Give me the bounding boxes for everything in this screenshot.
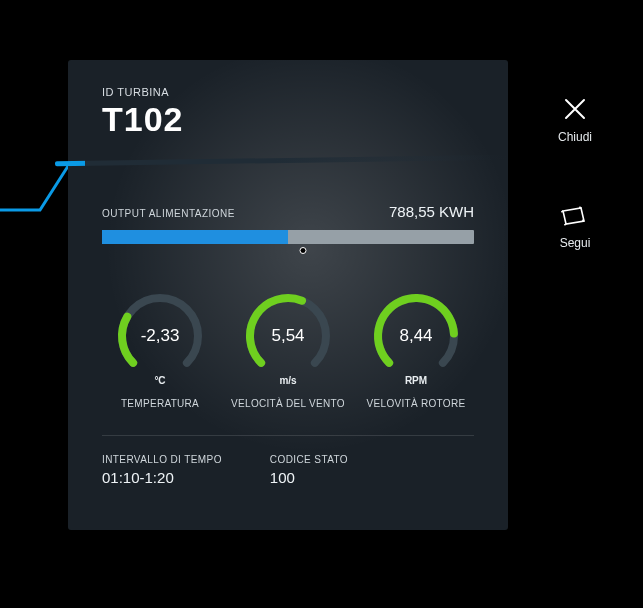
gauge-dial: 8,44RPM bbox=[368, 288, 464, 384]
gauge-caption: VELOVITÀ ROTORE bbox=[358, 398, 474, 409]
gauge-value: 5,54 bbox=[240, 288, 336, 384]
power-progress-fill bbox=[102, 230, 288, 244]
divider bbox=[102, 435, 474, 436]
gauge-unit: m/s bbox=[240, 375, 336, 386]
power-label: OUTPUT ALIMENTAZIONE bbox=[102, 208, 235, 219]
gauge-value: 8,44 bbox=[368, 288, 464, 384]
code-value: 100 bbox=[270, 469, 348, 486]
footer-interval: INTERVALLO DI TEMPO 01:10-1:20 bbox=[102, 454, 222, 486]
close-icon bbox=[562, 96, 588, 122]
close-label: Chiudi bbox=[558, 130, 592, 144]
stage: ID TURBINA T102 OUTPUT ALIMENTAZIONE 788… bbox=[0, 0, 643, 608]
interval-label: INTERVALLO DI TEMPO bbox=[102, 454, 222, 465]
power-progress bbox=[102, 230, 474, 244]
footer-code: CODICE STATO 100 bbox=[270, 454, 348, 486]
footer-row: INTERVALLO DI TEMPO 01:10-1:20 CODICE ST… bbox=[102, 454, 474, 486]
power-section: OUTPUT ALIMENTAZIONE 788,55 KWH bbox=[102, 203, 474, 244]
follow-button[interactable]: Segui bbox=[560, 204, 591, 250]
power-progress-marker bbox=[299, 247, 306, 254]
gauge-unit: °C bbox=[112, 375, 208, 386]
gauges-row: -2,33°CTEMPERATURA5,54m/sVELOCITÀ DEL VE… bbox=[102, 288, 474, 409]
power-value: 788,55 KWH bbox=[389, 203, 474, 220]
close-button[interactable]: Chiudi bbox=[558, 96, 592, 144]
gauge-1: 5,54m/sVELOCITÀ DEL VENTO bbox=[230, 288, 346, 409]
gauge-2: 8,44RPMVELOVITÀ ROTORE bbox=[358, 288, 474, 409]
gauge-caption: TEMPERATURA bbox=[102, 398, 218, 409]
camera-icon bbox=[560, 204, 590, 228]
gauge-0: -2,33°CTEMPERATURA bbox=[102, 288, 218, 409]
panel-header: ID TURBINA T102 bbox=[102, 86, 474, 139]
turbine-panel: ID TURBINA T102 OUTPUT ALIMENTAZIONE 788… bbox=[68, 60, 508, 530]
gauge-dial: -2,33°C bbox=[112, 288, 208, 384]
gauge-dial: 5,54m/s bbox=[240, 288, 336, 384]
code-label: CODICE STATO bbox=[270, 454, 348, 465]
eyebrow-label: ID TURBINA bbox=[102, 86, 474, 98]
interval-value: 01:10-1:20 bbox=[102, 469, 222, 486]
gauge-value: -2,33 bbox=[112, 288, 208, 384]
follow-label: Segui bbox=[560, 236, 591, 250]
side-actions: Chiudi Segui bbox=[540, 96, 610, 250]
gauge-unit: RPM bbox=[368, 375, 464, 386]
gauge-caption: VELOCITÀ DEL VENTO bbox=[230, 398, 346, 409]
turbine-id: T102 bbox=[102, 100, 474, 139]
